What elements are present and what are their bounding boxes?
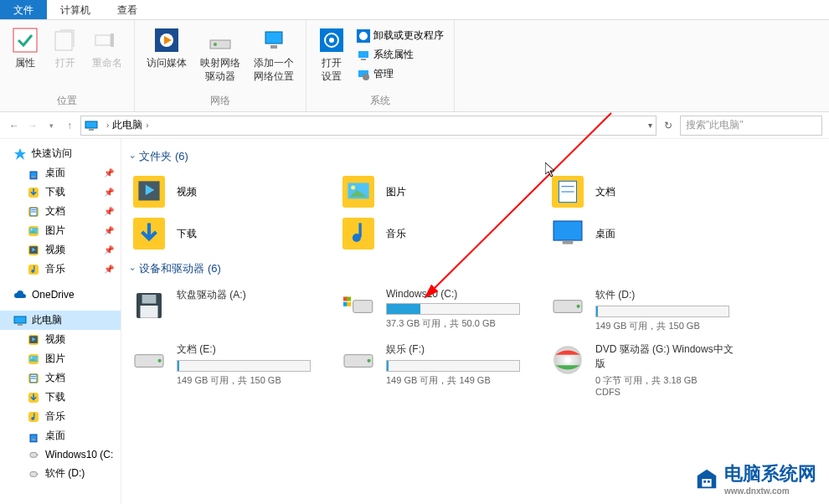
drive-item[interactable]: DVD 驱动器 (G:) Windows中文版0 字节 可用，共 3.18 GB… xyxy=(540,337,749,402)
netdrive-button[interactable]: 映射网络 驱动器 xyxy=(195,23,245,86)
drive-capacity-bar xyxy=(595,306,729,317)
drive-icon xyxy=(131,342,167,378)
open-icon xyxy=(52,27,79,54)
folder-item[interactable]: 图片 xyxy=(331,171,540,213)
settings-button[interactable]: 打开 设置 xyxy=(313,23,350,86)
addressbar[interactable]: › 此电脑 › ▾ xyxy=(80,116,657,136)
forward-button: → xyxy=(25,118,40,133)
document-icon xyxy=(550,174,585,209)
sidebar: 快速访问 桌面📌下载📌文档📌图片📌视频📌音乐📌 OneDrive 此电脑 视频图… xyxy=(0,139,121,504)
tab-view[interactable]: 查看 xyxy=(104,0,151,19)
svg-rect-82 xyxy=(347,297,351,301)
tab-computer[interactable]: 计算机 xyxy=(47,0,104,19)
breadcrumb-location[interactable]: 此电脑 xyxy=(112,118,142,132)
download-icon xyxy=(27,391,40,404)
svg-rect-23 xyxy=(30,172,37,179)
group-label-system: 系统 xyxy=(313,92,447,108)
folders-header[interactable]: › 文件夹 (6) xyxy=(121,146,829,167)
media-icon xyxy=(153,27,180,54)
download-icon xyxy=(131,216,167,251)
uninstall-icon xyxy=(357,29,370,43)
svg-rect-1 xyxy=(55,32,72,50)
recent-button[interactable]: ▾ xyxy=(44,118,59,133)
svg-rect-76 xyxy=(563,240,574,244)
svg-rect-9 xyxy=(265,32,282,44)
sidebar-item[interactable]: 图片📌 xyxy=(0,221,121,240)
svg-rect-57 xyxy=(30,453,37,458)
svg-point-54 xyxy=(31,417,34,420)
sidebar-thispc[interactable]: 此电脑 xyxy=(0,311,121,330)
media-button[interactable]: 访问媒体 xyxy=(142,23,192,74)
folder-item[interactable]: 下载 xyxy=(121,213,331,255)
svg-rect-96 xyxy=(708,480,710,482)
sidebar-item[interactable]: 文档📌 xyxy=(0,202,121,221)
sidebar-item[interactable]: 下载 xyxy=(0,388,121,407)
group-label-location: 位置 xyxy=(7,92,127,108)
drive-item[interactable]: 软件 (D:)149 GB 可用，共 150 GB xyxy=(540,283,749,337)
sidebar-item[interactable]: 桌面 xyxy=(0,426,121,445)
svg-rect-2 xyxy=(95,35,111,45)
properties-button[interactable]: 属性 xyxy=(7,23,44,74)
drive-capacity-bar xyxy=(386,360,520,372)
music-icon xyxy=(27,263,40,276)
sidebar-item[interactable]: 图片 xyxy=(0,349,121,368)
netloc-button[interactable]: 添加一个 网络位置 xyxy=(249,23,299,86)
sidebar-item[interactable]: 文档 xyxy=(0,368,121,388)
drive-item[interactable]: 娱乐 (F:)149 GB 可用，共 149 GB xyxy=(331,337,540,402)
svg-rect-0 xyxy=(13,28,37,52)
desktop-icon xyxy=(27,167,40,180)
windrive-icon xyxy=(341,288,376,323)
uninstall-item[interactable]: 卸载或更改程序 xyxy=(353,27,447,44)
back-button[interactable]: ← xyxy=(7,118,22,133)
drive-capacity-bar xyxy=(386,303,520,315)
music-icon xyxy=(27,410,40,424)
folder-item[interactable]: 视频 xyxy=(121,171,331,213)
sidebar-item[interactable]: 视频📌 xyxy=(0,240,121,260)
dropdown-icon[interactable]: ▾ xyxy=(648,121,652,130)
svg-point-90 xyxy=(368,359,371,363)
svg-rect-84 xyxy=(347,302,351,306)
document-icon xyxy=(27,205,40,219)
sidebar-onedrive[interactable]: OneDrive xyxy=(0,285,121,304)
drive-item[interactable]: 文档 (E:)149 GB 可用，共 150 GB xyxy=(121,337,331,402)
manage-item[interactable]: 管理 xyxy=(353,65,447,83)
folder-item[interactable]: 音乐 xyxy=(331,213,540,255)
onedrive-icon xyxy=(13,288,27,301)
svg-point-32 xyxy=(31,229,33,230)
sidebar-item[interactable]: 音乐 xyxy=(0,407,121,426)
drive-item[interactable]: Windows10 (C:)37.3 GB 可用，共 50.0 GB xyxy=(331,283,540,337)
svg-rect-39 xyxy=(14,316,26,323)
folder-item[interactable]: 文档 xyxy=(540,171,749,213)
video-icon xyxy=(27,333,40,347)
sidebar-item[interactable]: 视频 xyxy=(0,330,121,349)
drive-item[interactable]: 软盘驱动器 (A:) xyxy=(121,283,331,337)
svg-rect-80 xyxy=(353,301,373,313)
sidebar-item[interactable]: 桌面📌 xyxy=(0,163,121,183)
sysprops-item[interactable]: 系统属性 xyxy=(353,46,447,64)
sidebar-quickaccess[interactable]: 快速访问 xyxy=(0,144,121,163)
svg-rect-59 xyxy=(30,471,37,476)
pin-icon: 📌 xyxy=(104,265,114,274)
sidebar-item[interactable]: 音乐📌 xyxy=(0,260,121,279)
sidebar-item[interactable]: 软件 (D:) xyxy=(0,464,121,483)
drive-icon xyxy=(27,467,40,481)
star-icon xyxy=(13,147,27,161)
svg-rect-3 xyxy=(111,33,114,47)
group-label-network: 网络 xyxy=(142,92,299,108)
pin-icon: 📌 xyxy=(104,226,114,235)
rename-icon xyxy=(94,27,121,54)
document-icon xyxy=(27,372,40,385)
sidebar-item[interactable]: Windows10 (C: xyxy=(0,445,121,464)
ribbon: 属性 打开 重命名 位置 访问媒体 xyxy=(0,20,829,112)
folder-item[interactable]: 桌面 xyxy=(540,213,749,255)
tab-file[interactable]: 文件 xyxy=(0,0,47,19)
up-button[interactable]: ↑ xyxy=(62,118,77,133)
pin-icon: 📌 xyxy=(104,245,114,255)
svg-rect-53 xyxy=(28,412,39,422)
svg-marker-22 xyxy=(14,148,26,160)
sidebar-item[interactable]: 下载📌 xyxy=(0,183,121,202)
svg-point-66 xyxy=(351,185,355,189)
search-input[interactable]: 搜索"此电脑" xyxy=(680,116,822,136)
refresh-button[interactable]: ↻ xyxy=(660,117,677,134)
drives-header[interactable]: › 设备和驱动器 (6) xyxy=(121,258,829,280)
